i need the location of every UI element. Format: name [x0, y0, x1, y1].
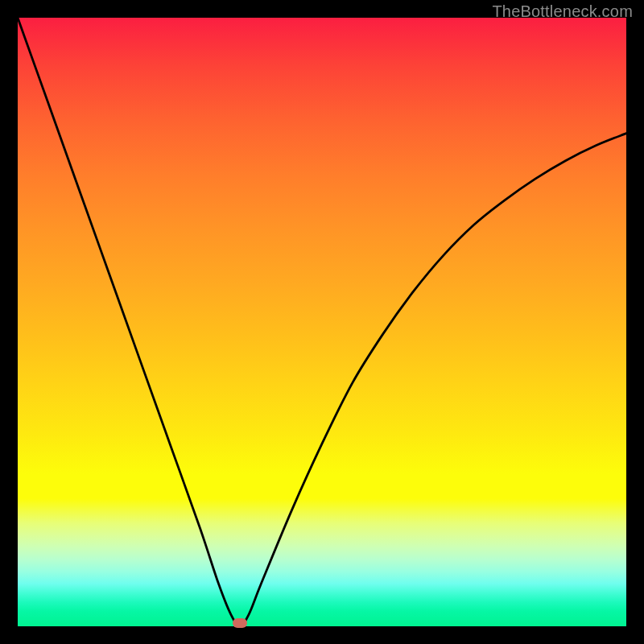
bottleneck-curve-path [18, 18, 626, 626]
chart-plot-area [18, 18, 626, 626]
bottleneck-curve [18, 18, 626, 626]
minimum-marker [233, 618, 247, 628]
watermark-text: TheBottleneck.com [492, 2, 633, 21]
